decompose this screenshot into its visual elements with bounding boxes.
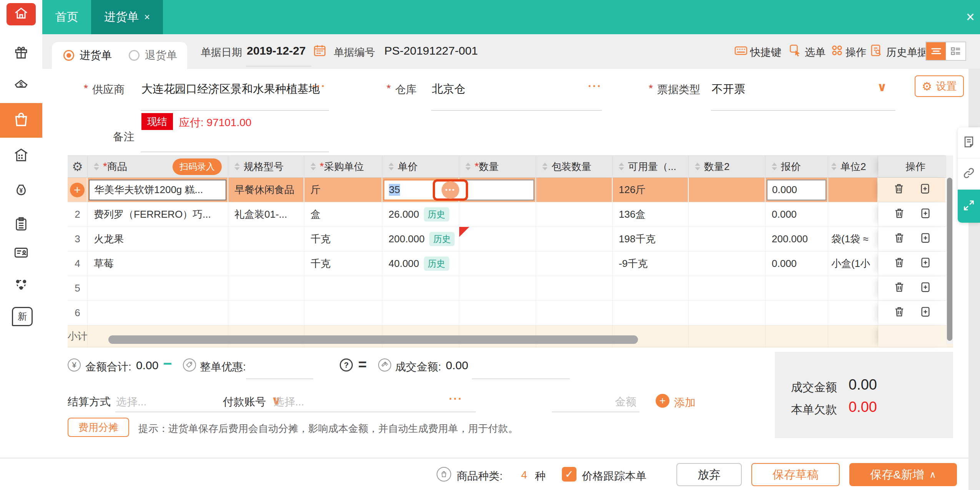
header-qty2[interactable]: 数量2	[689, 156, 766, 177]
unit2-cell[interactable]	[828, 178, 878, 202]
delete-row-button[interactable]	[893, 256, 905, 271]
quote-cell[interactable]: 0.000	[766, 252, 828, 276]
add-payment-icon[interactable]: +	[656, 394, 669, 408]
qty-cell[interactable]	[459, 202, 536, 227]
header-product[interactable]: *商品扫码录入	[88, 156, 228, 177]
price-track-checkbox[interactable]: ✓	[562, 467, 576, 482]
remark-input[interactable]	[141, 152, 329, 152]
table-vertical-scrollbar[interactable]	[947, 178, 952, 341]
view-mode-compact-active[interactable]	[926, 42, 946, 60]
warehouse-value[interactable]: 北京仓	[432, 82, 465, 97]
spec-cell[interactable]: 礼盒装01-...	[228, 202, 304, 227]
delete-row-button[interactable]	[893, 305, 905, 320]
delete-row-button[interactable]	[893, 281, 905, 296]
price-more-button-focused[interactable]: •••	[433, 179, 468, 201]
cancel-button[interactable]: 放弃	[676, 463, 742, 486]
product-cell[interactable]: 草莓	[88, 252, 228, 276]
help-icon[interactable]: ?	[340, 358, 353, 372]
header-quote[interactable]: 报价	[766, 156, 828, 177]
supplier-value[interactable]: 大连花园口经济区景和水果种植基地	[141, 82, 320, 97]
settle-method-select[interactable]: 选择...	[116, 395, 146, 409]
history-badge[interactable]: 历史	[429, 232, 455, 246]
quote-cell[interactable]: 0.000	[766, 202, 828, 227]
sidebar-item-sales[interactable]: $	[13, 78, 30, 95]
header-unit2[interactable]: 单位2	[828, 156, 878, 177]
fee-share-badge[interactable]: 费用分摊	[68, 418, 129, 437]
toolbar-pick[interactable]: 选单	[805, 45, 826, 59]
unit-cell[interactable]: 盒	[304, 202, 382, 227]
qty2-cell[interactable]	[689, 227, 766, 251]
rail-expand-button[interactable]	[958, 190, 980, 223]
bill-type-value[interactable]: 不开票	[712, 82, 745, 97]
column-settings-button[interactable]: ⚙	[68, 156, 88, 177]
price-cell[interactable]: 200.000历史	[382, 227, 459, 251]
header-spec[interactable]: 规格型号	[228, 156, 304, 177]
warehouse-more-icon[interactable]: ···	[588, 80, 602, 93]
add-payment-label[interactable]: 添加	[674, 395, 696, 410]
toolbar-hotkeys[interactable]: 快捷键	[750, 45, 781, 59]
header-qty[interactable]: *数量	[459, 156, 536, 177]
amount-input[interactable]: 金额	[552, 395, 636, 409]
unit2-cell[interactable]: 袋(1袋 ≈	[828, 227, 878, 251]
rail-note-button[interactable]	[958, 127, 980, 158]
sidebar-item-gift[interactable]	[13, 44, 30, 61]
copy-row-button[interactable]	[919, 305, 932, 320]
copy-row-button[interactable]	[919, 232, 932, 247]
spec-cell[interactable]	[228, 227, 304, 251]
save-draft-button[interactable]: 保存草稿	[751, 463, 840, 486]
copy-row-button[interactable]	[919, 256, 932, 271]
toolbar-history[interactable]: 历史单据	[886, 45, 928, 59]
pack-qty-cell[interactable]	[536, 202, 613, 227]
sidebar-item-contacts[interactable]	[13, 245, 30, 262]
delete-row-button[interactable]	[893, 182, 905, 197]
discount-input[interactable]	[246, 378, 313, 379]
supplier-more-icon[interactable]: ···	[312, 80, 326, 93]
sidebar-item-purchase-active[interactable]	[0, 103, 42, 138]
add-row-button[interactable]: +	[68, 178, 88, 202]
pack-qty-cell[interactable]	[536, 252, 613, 276]
pack-qty-cell[interactable]	[536, 178, 613, 202]
tab-close-icon[interactable]: ×	[144, 11, 150, 23]
sidebar-item-new[interactable]: 新	[12, 307, 33, 326]
pay-account-more-icon[interactable]: ···	[449, 392, 463, 405]
history-badge[interactable]: 历史	[424, 207, 449, 222]
tab-home[interactable]: 首页	[42, 0, 91, 34]
table-horizontal-scrollbar[interactable]	[108, 335, 638, 344]
qty2-cell[interactable]	[689, 252, 766, 276]
header-available[interactable]: 可用量（...	[613, 156, 689, 177]
rail-link-button[interactable]	[958, 158, 980, 190]
scan-input-button[interactable]: 扫码录入	[173, 158, 222, 175]
radio-return-order[interactable]: 退货单	[129, 48, 177, 63]
qty-input[interactable]	[460, 180, 534, 200]
pay-account-select[interactable]: 选择...	[274, 395, 304, 409]
header-purchase-unit[interactable]: *采购单位	[304, 156, 382, 177]
radio-purchase-order[interactable]: 进货单	[63, 48, 112, 63]
product-cell[interactable]: 费列罗（FERRERO）巧...	[88, 202, 228, 227]
unit2-cell[interactable]: 小盒(1小	[828, 252, 878, 276]
product-cell[interactable]: 火龙果	[88, 227, 228, 251]
calendar-icon[interactable]	[313, 43, 327, 57]
sidebar-item-warehouse[interactable]	[13, 147, 30, 164]
delete-row-button[interactable]	[893, 207, 905, 222]
sidebar-item-share[interactable]	[13, 277, 30, 293]
view-mode-detail[interactable]	[946, 42, 965, 60]
header-price[interactable]: 单价	[382, 156, 459, 177]
header-pack-qty[interactable]: 包装数量	[536, 156, 613, 177]
unit-cell[interactable]: 千克	[304, 227, 382, 251]
product-cell[interactable]	[88, 301, 228, 325]
product-cell[interactable]	[88, 276, 228, 300]
chevron-down-icon[interactable]: ∨	[877, 80, 887, 94]
copy-row-button[interactable]	[919, 281, 932, 296]
toolbar-operations[interactable]: 操作	[845, 45, 866, 59]
spec-cell[interactable]: 早餐休闲食品	[228, 178, 304, 202]
spec-cell[interactable]	[228, 252, 304, 276]
copy-row-button[interactable]	[919, 207, 932, 222]
tab-purchase-order-active[interactable]: 进货单 ×	[91, 0, 163, 34]
quote-input[interactable]: 0.000	[767, 180, 826, 200]
history-badge[interactable]: 历史	[424, 257, 449, 271]
sidebar-item-home[interactable]	[7, 3, 36, 25]
unit-cell[interactable]: 斤	[304, 178, 382, 202]
sidebar-item-orders[interactable]	[13, 216, 30, 233]
window-close-icon[interactable]: ×	[966, 8, 975, 25]
copy-row-button[interactable]	[919, 182, 931, 197]
